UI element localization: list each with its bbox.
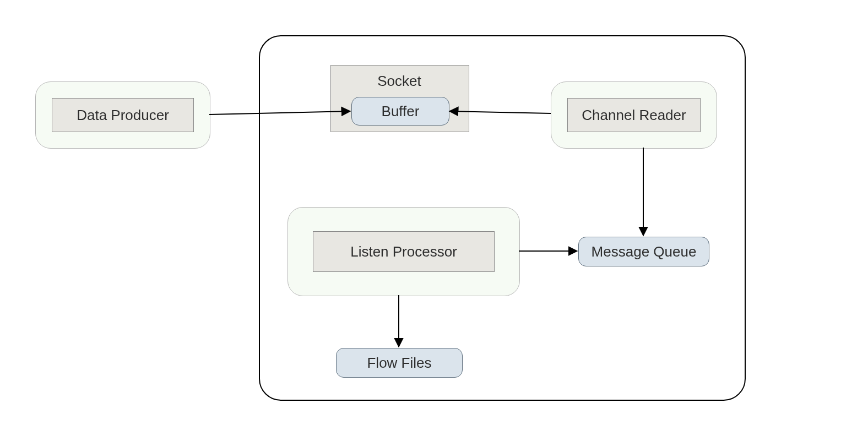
channel-reader-label: Channel Reader — [582, 107, 686, 124]
socket-label: Socket — [330, 73, 468, 90]
data-producer-label: Data Producer — [77, 107, 169, 124]
message-queue-label: Message Queue — [592, 243, 697, 260]
listen-processor-box: Listen Processor — [313, 231, 495, 272]
data-producer-box: Data Producer — [52, 98, 194, 132]
flow-files-label: Flow Files — [367, 355, 431, 372]
flow-files-pill: Flow Files — [336, 348, 463, 378]
diagram-stage: Data Producer Socket Buffer Channel Read… — [0, 0, 868, 425]
listen-processor-label: Listen Processor — [350, 243, 457, 260]
buffer-pill: Buffer — [351, 97, 449, 126]
channel-reader-box: Channel Reader — [567, 98, 701, 132]
buffer-label: Buffer — [382, 103, 420, 120]
message-queue-pill: Message Queue — [578, 237, 709, 266]
